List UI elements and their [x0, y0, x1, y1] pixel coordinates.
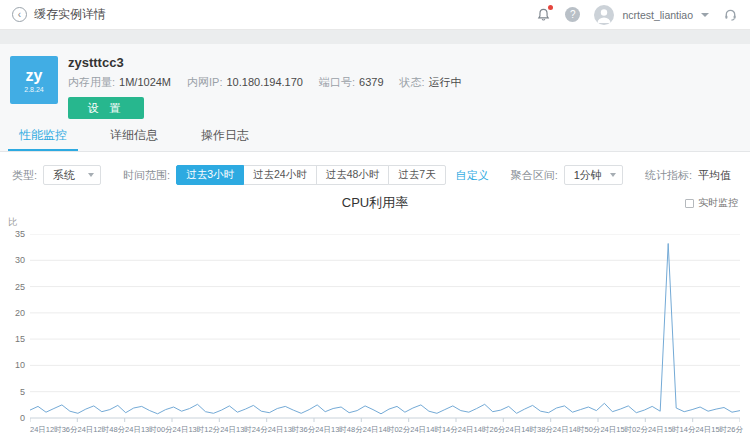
back-icon[interactable]: ‹ [12, 7, 27, 22]
instance-field: 内存用量:1M/1024M [68, 75, 171, 90]
x-axis-tick-label: 24日14时50分 [553, 425, 601, 435]
y-axis-tick-label: 35 [0, 229, 25, 239]
x-axis-labels: 24日12时36分24日12时48分24日13时00分24日13时12分24日1… [30, 425, 740, 435]
y-axis-tick-label: 30 [0, 255, 25, 265]
x-axis-tick-label: 24日13时48分 [315, 425, 363, 435]
avatar[interactable] [594, 5, 614, 25]
aggregation-select[interactable]: 1分钟 [564, 165, 623, 185]
x-axis-tick-label: 24日15时02分 [600, 425, 648, 435]
tab-bar: 性能监控详细信息操作日志 [0, 122, 750, 151]
x-axis-tick-label: 24日15时26分 [695, 425, 743, 435]
filter-bar: 类型: 系统 时间范围: 过去3小时过去24小时过去48小时过去7天 自定义 聚… [0, 164, 750, 186]
time-range-label: 时间范围: [123, 168, 170, 183]
notification-bell-icon[interactable] [536, 7, 551, 23]
x-axis-tick-label: 24日12时36分 [30, 425, 78, 435]
instance-type-icon: zy 2.8.24 [10, 56, 58, 104]
x-axis-tick-label: 24日14时26分 [458, 425, 506, 435]
y-axis-unit: 比 [8, 216, 17, 229]
y-axis-tick-label: 10 [0, 360, 25, 370]
instance-fields: 内存用量:1M/1024M内网IP:10.180.194.170端口号:6379… [68, 75, 462, 90]
type-select[interactable]: 系统 [43, 165, 101, 185]
support-headset-icon[interactable] [723, 7, 738, 22]
page-gap-band [0, 30, 750, 44]
cpu-utilization-chart: 比 0510152025303524日12时36分24日12时48分24日13时… [0, 216, 750, 436]
main-content: 类型: 系统 时间范围: 过去3小时过去24小时过去48小时过去7天 自定义 聚… [0, 152, 750, 436]
tab-detail-info[interactable]: 详细信息 [101, 122, 167, 151]
realtime-monitor-toggle[interactable]: 实时监控 [685, 196, 738, 210]
aggregation-label: 聚合区间: [511, 168, 558, 183]
user-name[interactable]: ncrtest_liantiao [622, 9, 693, 21]
y-axis-tick-label: 20 [0, 308, 25, 318]
top-header: ‹ 缓存实例详情 ? ncrtest_liantiao [0, 0, 750, 30]
settings-button[interactable]: 设 置 [68, 97, 144, 119]
x-axis-tick-label: 24日15时14分 [648, 425, 696, 435]
instance-field: 端口号:6379 [319, 75, 384, 90]
metric-value: 平均值 [698, 168, 731, 183]
metric-label: 统计指标: [645, 168, 692, 183]
y-axis-tick-label: 25 [0, 282, 25, 292]
time-range-past-24h[interactable]: 过去24小时 [243, 165, 317, 185]
chevron-down-icon [610, 173, 616, 177]
tab-performance-monitor[interactable]: 性能监控 [10, 122, 76, 151]
x-axis-tick-label: 24日13时24分 [220, 425, 268, 435]
chart-title: CPU利用率 [0, 194, 750, 212]
realtime-checkbox[interactable] [685, 199, 694, 208]
y-axis-tick-label: 0 [0, 413, 25, 423]
page-title: 缓存实例详情 [34, 6, 106, 23]
cpu-series-line [30, 244, 740, 414]
instance-field: 状态:运行中 [400, 75, 462, 90]
help-icon[interactable]: ? [565, 7, 580, 22]
tab-operation-log[interactable]: 操作日志 [192, 122, 258, 151]
x-axis-tick-label: 24日13时12分 [173, 425, 221, 435]
type-label: 类型: [12, 168, 37, 183]
x-axis-tick-label: 24日13时36分 [268, 425, 316, 435]
y-axis-tick-label: 5 [0, 387, 25, 397]
instance-version: 2.8.24 [24, 86, 43, 93]
notification-badge [548, 5, 553, 10]
instance-field: 内网IP:10.180.194.170 [187, 75, 303, 90]
x-axis-tick-label: 24日12时48分 [78, 425, 126, 435]
y-axis-tick-label: 15 [0, 334, 25, 344]
chevron-down-icon [88, 173, 94, 177]
time-range-past-3h[interactable]: 过去3小时 [176, 165, 244, 185]
x-axis-tick-label: 24日13时00分 [125, 425, 173, 435]
time-range-past-48h[interactable]: 过去48小时 [316, 165, 390, 185]
instance-card: zy 2.8.24 zystttcc3 内存用量:1M/1024M内网IP:10… [0, 56, 750, 112]
x-axis-tick-label: 24日14时14分 [410, 425, 458, 435]
instance-name: zystttcc3 [68, 56, 462, 70]
time-range-past-7d[interactable]: 过去7天 [388, 165, 445, 185]
custom-range-link[interactable]: 自定义 [456, 168, 489, 183]
instance-info-section: zy 2.8.24 zystttcc3 内存用量:1M/1024M内网IP:10… [0, 44, 750, 152]
time-range-group: 过去3小时过去24小时过去48小时过去7天 [176, 165, 446, 185]
chart-plot-area [30, 234, 740, 424]
x-axis-tick-label: 24日14时38分 [505, 425, 553, 435]
chevron-down-icon[interactable] [701, 13, 709, 17]
x-axis-tick-label: 24日14时02分 [363, 425, 411, 435]
